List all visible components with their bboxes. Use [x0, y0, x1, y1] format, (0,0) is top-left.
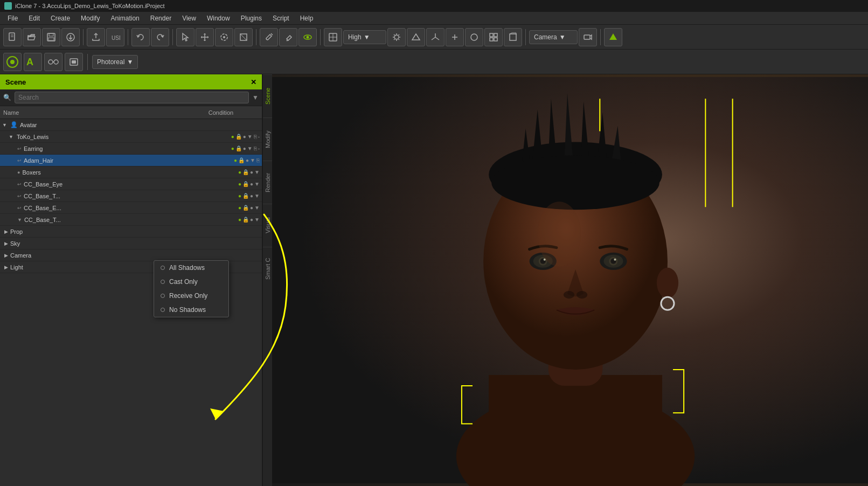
menu-render[interactable]: Render — [145, 13, 177, 23]
svg-line-27 — [394, 34, 395, 36]
sep8 — [87, 54, 88, 70]
select-tool[interactable] — [176, 28, 195, 46]
track-button[interactable] — [44, 53, 63, 71]
redo-button[interactable] — [151, 28, 169, 46]
earring-lock[interactable]: 🔒 — [235, 145, 242, 151]
scene-column-headers: Name Condition — [0, 106, 262, 119]
export2-button[interactable]: USD — [106, 28, 124, 46]
shadow-receive-only[interactable]: Receive Only — [154, 289, 228, 303]
boxers-eye[interactable]: ● — [238, 169, 241, 175]
cct2-eye[interactable]: ● — [238, 217, 241, 223]
shadow-all-shadows[interactable]: All Shadows — [154, 261, 228, 275]
camera-dropdown[interactable]: Camera ▼ — [529, 30, 578, 44]
projection-button[interactable] — [504, 28, 522, 46]
toko-link[interactable]: ⎘ — [254, 134, 257, 140]
tree-section-prop[interactable]: ▶ Prop — [0, 226, 262, 238]
cce-eye[interactable]: ● — [238, 205, 241, 211]
tree-item-toko-lewis[interactable]: ▼ ToKo_Lewis ● 🔒 ● ▼ ⎘ - — [0, 131, 262, 143]
toko-eye-icon[interactable]: ● — [231, 134, 234, 140]
cct1-eye[interactable]: ● — [238, 193, 241, 199]
open-button[interactable] — [23, 28, 41, 46]
undo-button[interactable] — [131, 28, 150, 46]
pen-tool[interactable] — [279, 28, 297, 46]
shadow-cast-only[interactable]: Cast Only — [154, 275, 228, 289]
earring-eye[interactable]: ● — [231, 145, 234, 151]
scene-title: Scene — [5, 78, 26, 86]
tab-visual[interactable]: Visual — [263, 204, 272, 247]
svg-point-13 — [223, 36, 225, 38]
svg-point-37 — [471, 34, 477, 40]
terrain-button[interactable] — [407, 28, 425, 46]
menu-plugins[interactable]: Plugins — [235, 13, 267, 23]
view-eye-button[interactable] — [298, 28, 317, 46]
tree-item-cc-base-e[interactable]: ↩ CC_Base_E... ● 🔒 ● ▼ — [0, 202, 262, 214]
adamhair-link[interactable]: ⎘ — [256, 157, 260, 163]
menu-script[interactable]: Script — [267, 13, 295, 23]
cce-lock[interactable]: 🔒 — [242, 205, 249, 211]
tree-item-boxers[interactable]: ● Boxers ● 🔒 ● ▼ — [0, 166, 262, 178]
tree-item-cc-base-t2[interactable]: ▼ CC_Base_T... ● 🔒 ● ▼ — [0, 214, 262, 226]
menu-view[interactable]: View — [177, 13, 202, 23]
import-button[interactable] — [61, 28, 80, 46]
tree-section-camera[interactable]: ▶ Camera — [0, 249, 262, 261]
tree-item-earring[interactable]: ↩ Earring ● 🔒 ● ▼ ⎘ - — [0, 143, 262, 155]
tree-item-cc-base-eye[interactable]: ↩ CC_Base_Eye ● 🔒 ● ▼ — [0, 178, 262, 190]
quality-dropdown[interactable]: High ▼ — [343, 30, 386, 44]
export-button[interactable] — [87, 28, 105, 46]
menu-help[interactable]: Help — [295, 13, 319, 23]
adamhair-eye[interactable]: ● — [234, 157, 237, 163]
earring-d3: - — [258, 145, 260, 151]
shadow-no-shadows[interactable]: No Shadows — [154, 303, 228, 317]
menu-modify[interactable]: Modify — [75, 13, 105, 23]
cceye-lock[interactable]: 🔒 — [242, 181, 249, 187]
toko-dot1: ● — [243, 134, 246, 140]
tab-render[interactable]: Render — [263, 161, 272, 204]
menu-window[interactable]: Window — [202, 13, 235, 23]
menu-animation[interactable]: Animation — [105, 13, 144, 23]
motion-button[interactable] — [3, 53, 22, 71]
tab-scene[interactable]: Scene — [263, 74, 272, 117]
shadow-dropdown-menu: All Shadows Cast Only Receive Only No Sh… — [154, 260, 229, 317]
search-input[interactable] — [15, 92, 249, 103]
viewport[interactable]: FPS : 0 Project Triangle : 66582 Selecte… — [272, 74, 868, 486]
new-button[interactable] — [3, 28, 22, 46]
boxers-d2: ▼ — [254, 169, 260, 175]
cct2-lock[interactable]: 🔒 — [242, 217, 249, 223]
svg-point-78 — [577, 291, 587, 298]
tree-section-sky[interactable]: ▶ Sky — [0, 238, 262, 249]
toko-lock-icon[interactable]: 🔒 — [235, 134, 242, 140]
cct1-lock[interactable]: 🔒 — [242, 193, 249, 199]
photoreal-dropdown[interactable]: Photoreal ▼ — [92, 55, 138, 69]
rotate-tool[interactable] — [215, 28, 233, 46]
record-button[interactable] — [65, 53, 83, 71]
menu-create[interactable]: Create — [45, 13, 75, 23]
close-scene-button[interactable]: ✕ — [251, 78, 256, 86]
earring-link[interactable]: ⎘ — [254, 145, 257, 151]
cct1-label: CC_Base_T... — [24, 193, 60, 199]
layout-button[interactable] — [484, 28, 503, 46]
menu-file[interactable]: File — [2, 13, 23, 23]
cceye-eye[interactable]: ● — [238, 181, 241, 187]
tab-modify[interactable]: Modify — [263, 117, 272, 161]
viewport-button[interactable] — [324, 28, 342, 46]
boxers-lock[interactable]: 🔒 — [242, 169, 249, 175]
accu-button[interactable]: A — [24, 53, 42, 71]
tree-item-adam-hair[interactable]: ↩ Adam_Hair ● 🔒 ● ▼ ⎘ — [0, 155, 262, 166]
extra-button[interactable] — [604, 28, 622, 46]
svg-rect-42 — [510, 34, 516, 40]
brush-tool[interactable] — [260, 28, 278, 46]
move-tool[interactable] — [196, 28, 214, 46]
rotate3d-button[interactable] — [465, 28, 483, 46]
tree-item-cc-base-t1[interactable]: ↩ CC_Base_T... ● 🔒 ● ▼ — [0, 190, 262, 202]
search-expand-icon[interactable]: ▼ — [252, 94, 259, 101]
tab-smart[interactable]: Smart C — [263, 247, 272, 290]
scale-tool[interactable] — [234, 28, 253, 46]
align-button[interactable] — [446, 28, 464, 46]
sun-button[interactable] — [387, 28, 406, 46]
tree-item-avatar[interactable]: ▼ 👤 Avatar — [0, 119, 262, 131]
save-button[interactable] — [42, 28, 60, 46]
move3d-button[interactable] — [426, 28, 445, 46]
adamhair-lock[interactable]: 🔒 — [238, 157, 245, 163]
camera-record-button[interactable] — [579, 28, 597, 46]
menu-edit[interactable]: Edit — [23, 13, 45, 23]
